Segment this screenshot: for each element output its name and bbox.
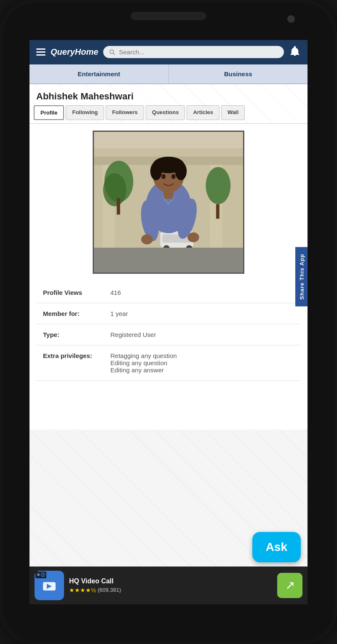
profile-photo: [93, 131, 244, 274]
svg-rect-12: [216, 204, 219, 218]
search-icon: [109, 49, 115, 56]
svg-rect-10: [117, 198, 120, 214]
svg-point-9: [103, 173, 126, 206]
tab-business[interactable]: Business: [169, 64, 308, 83]
category-bar: Entertainment Business: [29, 64, 308, 84]
tab-following[interactable]: Following: [66, 105, 104, 120]
ad-title: HQ Video Call: [69, 577, 272, 585]
privileges-value: Retagging any questionEditing any questi…: [110, 352, 177, 374]
phone-screen: QueryHome Entertainment Business Abhishe…: [29, 40, 308, 604]
tab-articles[interactable]: Articles: [187, 105, 219, 120]
bell-icon[interactable]: [289, 45, 301, 59]
ad-banner: ✕ ⓘ HQ Video Call ★★★★½ (609,381) ↗: [29, 567, 308, 604]
app-logo: QueryHome: [51, 47, 98, 57]
ask-button[interactable]: Ask: [252, 532, 301, 562]
svg-point-11: [206, 167, 230, 204]
svg-point-23: [161, 174, 166, 179]
svg-point-21: [150, 162, 162, 180]
main-content: Abhishek Maheshwari Profile Following Fo…: [29, 84, 308, 604]
svg-point-29: [141, 234, 153, 244]
profile-views-label: Profile Views: [43, 289, 102, 296]
ad-stars-display: ★★★★½: [69, 587, 96, 593]
svg-rect-17: [94, 248, 243, 273]
svg-point-24: [171, 174, 176, 179]
type-value: Registered User: [110, 331, 156, 338]
ad-rating: ★★★★½ (609,381): [69, 587, 272, 593]
tab-questions[interactable]: Questions: [146, 105, 185, 120]
member-for-label: Member for:: [43, 310, 102, 317]
privileges-row: Extra privileges: Retagging any question…: [36, 345, 301, 381]
tab-profile[interactable]: Profile: [34, 105, 64, 120]
type-row: Type: Registered User: [36, 324, 301, 345]
type-label: Type:: [43, 331, 102, 338]
privileges-label: Extra privileges:: [43, 352, 102, 359]
profile-name: Abhishek Maheshwari: [29, 84, 308, 105]
ad-rating-count: (609,381): [98, 587, 121, 593]
member-for-row: Member for: 1 year: [36, 303, 301, 324]
svg-point-28: [187, 232, 199, 242]
tab-followers[interactable]: Followers: [106, 105, 144, 120]
svg-point-0: [110, 50, 114, 53]
menu-icon[interactable]: [36, 48, 45, 56]
share-app-button[interactable]: Share This App: [295, 247, 308, 306]
ad-install-button[interactable]: ↗: [277, 573, 302, 598]
profile-info-table: Profile Views 416 Member for: 1 year Typ…: [36, 282, 301, 381]
install-arrow-icon: ↗: [285, 578, 295, 592]
search-bar[interactable]: [103, 46, 284, 58]
tab-wall[interactable]: Wall: [221, 105, 245, 120]
profile-section: Share This App Profile Views 416 Member …: [29, 124, 308, 430]
tab-entertainment[interactable]: Entertainment: [29, 64, 169, 83]
ad-app-icon: ✕ ⓘ: [35, 571, 64, 600]
profile-views-value: 416: [110, 289, 121, 296]
phone-device: QueryHome Entertainment Business Abhishe…: [0, 0, 337, 644]
profile-tab-bar: Profile Following Followers Questions Ar…: [29, 105, 308, 124]
app-header: QueryHome: [29, 40, 308, 64]
svg-point-22: [175, 162, 187, 180]
ad-content: HQ Video Call ★★★★½ (609,381): [69, 577, 272, 593]
search-input[interactable]: [119, 48, 278, 56]
svg-line-1: [113, 53, 115, 54]
member-for-value: 1 year: [110, 310, 128, 317]
ad-close[interactable]: ✕ ⓘ: [35, 572, 46, 578]
profile-views-row: Profile Views 416: [36, 282, 301, 303]
svg-rect-25: [163, 190, 174, 199]
